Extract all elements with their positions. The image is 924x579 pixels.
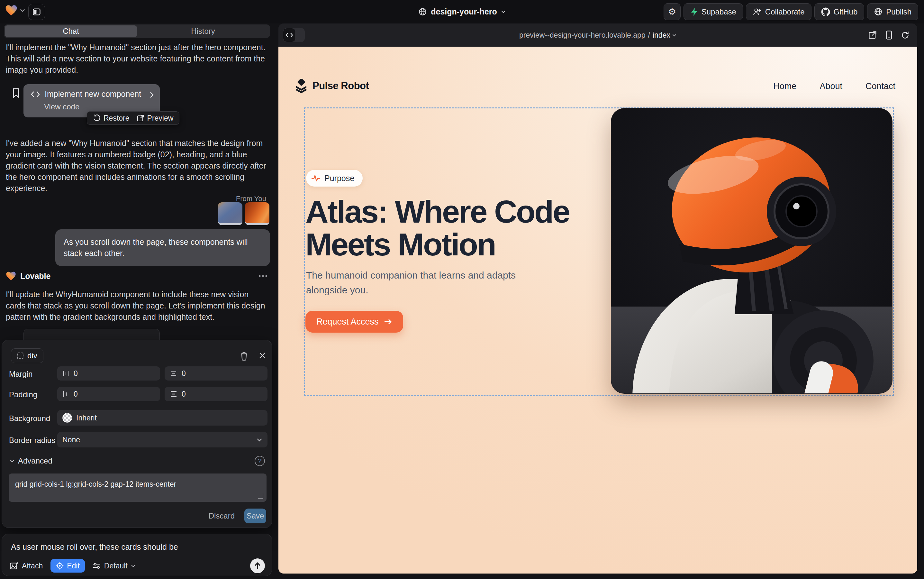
- preview-toolbar: preview--design-your-hero.lovable.app / …: [278, 23, 917, 47]
- hero-title: Atlas: Where Code Meets Motion: [305, 195, 650, 261]
- publish-button[interactable]: Publish: [867, 3, 918, 20]
- save-button[interactable]: Save: [244, 509, 266, 523]
- advanced-classes-textarea[interactable]: grid grid-cols-1 lg:grid-cols-2 gap-12 i…: [9, 473, 266, 502]
- version-actions: Restore Preview: [87, 111, 180, 125]
- close-icon: [258, 352, 266, 359]
- github-label: GitHub: [834, 7, 858, 16]
- padding-label: Padding: [9, 390, 37, 399]
- arrow-up-icon: [254, 562, 261, 570]
- border-radius-select[interactable]: None: [57, 432, 268, 447]
- padding-x-input[interactable]: 0: [57, 387, 160, 401]
- site-canvas: Pulse Robot Home About Contact Purpose A…: [278, 47, 917, 574]
- refresh-button[interactable]: [901, 31, 909, 39]
- chat-composer[interactable]: As user mouse roll over, these cards sho…: [2, 534, 272, 576]
- open-external-button[interactable]: [868, 31, 877, 39]
- code-icon: [31, 91, 40, 98]
- composer-input[interactable]: As user mouse roll over, these cards sho…: [11, 542, 178, 552]
- preview-url-bar[interactable]: preview--design-your-hero.lovable.app / …: [278, 23, 917, 47]
- attachment-thumbnail-blue[interactable]: [218, 202, 242, 225]
- chevron-down-icon: [256, 438, 262, 442]
- external-link-icon: [137, 114, 144, 122]
- app-topbar: design-your-hero ⚙ Supabase Collaborate …: [0, 0, 924, 23]
- padding-x-icon: [62, 390, 69, 398]
- transparency-swatch-icon: [62, 413, 72, 423]
- request-access-button[interactable]: Request Access: [305, 311, 403, 333]
- chevron-down-icon: [501, 10, 506, 13]
- advanced-toggle[interactable]: Advanced ?: [10, 456, 265, 466]
- send-button[interactable]: [250, 558, 265, 573]
- dashed-box-icon: [17, 353, 23, 359]
- help-icon[interactable]: ?: [255, 456, 265, 466]
- model-mode-selector[interactable]: Default: [93, 562, 135, 570]
- background-label: Background: [9, 414, 50, 423]
- site-nav: Home About Contact: [773, 82, 895, 92]
- assistant-header: Lovable: [6, 271, 268, 281]
- assistant-name: Lovable: [20, 272, 51, 281]
- margin-y-input[interactable]: 0: [165, 366, 268, 381]
- from-you-label: From You: [236, 195, 266, 203]
- trash-icon: [240, 352, 248, 361]
- lovable-heart-icon: [6, 271, 16, 281]
- padding-y-input[interactable]: 0: [165, 387, 268, 401]
- github-icon: [821, 7, 830, 16]
- attach-button[interactable]: Attach: [10, 561, 43, 570]
- bookmark-icon[interactable]: [11, 88, 21, 98]
- component-card-title: Implement new component: [45, 90, 141, 99]
- supabase-icon: [690, 8, 698, 16]
- edit-mode-button[interactable]: Edit: [51, 559, 85, 572]
- assistant-message-1: I'll implement the "Why Humanoid" sectio…: [6, 42, 268, 75]
- resize-handle[interactable]: [258, 494, 263, 499]
- margin-x-icon: [62, 370, 69, 377]
- nav-home[interactable]: Home: [773, 82, 797, 92]
- delete-element-button[interactable]: [240, 352, 248, 361]
- user-message-bubble: As you scroll down the page, these compo…: [55, 229, 270, 266]
- chat-history-tabs: Chat History: [4, 25, 270, 38]
- tab-chat[interactable]: Chat: [5, 25, 137, 37]
- mobile-view-button[interactable]: [885, 30, 893, 40]
- pulse-icon: [311, 174, 320, 183]
- restore-button[interactable]: Restore: [93, 114, 129, 123]
- padding-y-icon: [170, 390, 178, 398]
- margin-x-input[interactable]: 0: [57, 366, 160, 381]
- github-button[interactable]: GitHub: [815, 3, 865, 20]
- view-code-link[interactable]: View code: [44, 102, 79, 111]
- publish-label: Publish: [886, 7, 911, 16]
- supabase-button[interactable]: Supabase: [684, 3, 743, 20]
- arrow-right-icon: [384, 319, 392, 325]
- close-inspector-button[interactable]: [258, 352, 266, 359]
- attachment-thumbnail-orange[interactable]: [245, 202, 269, 225]
- preview-button[interactable]: Preview: [137, 114, 174, 123]
- collaborate-button[interactable]: Collaborate: [746, 3, 811, 20]
- margin-label: Margin: [9, 370, 33, 379]
- supabase-label: Supabase: [702, 7, 736, 16]
- settings-button[interactable]: ⚙: [664, 3, 681, 20]
- chevron-right-icon: [150, 92, 154, 98]
- nav-about[interactable]: About: [820, 82, 842, 92]
- robot-illustration: [611, 108, 893, 394]
- publish-globe-icon: [874, 7, 883, 16]
- preview-domain: preview--design-your-hero.lovable.app: [519, 31, 645, 39]
- chevron-down-icon: [10, 460, 15, 463]
- globe-icon: [418, 7, 427, 16]
- chevron-down-icon: [672, 34, 676, 37]
- chat-sidebar: Chat History I'll implement the "Why Hum…: [0, 23, 275, 579]
- site-brand-name: Pulse Robot: [312, 80, 369, 92]
- element-inspector-panel: div Margin 0 0 Padding 0 0 Background: [2, 340, 272, 528]
- selected-element-tag: div: [27, 351, 37, 360]
- chevron-down-icon: [131, 564, 135, 568]
- margin-y-icon: [170, 370, 178, 377]
- site-logo[interactable]: Pulse Robot: [294, 79, 369, 93]
- more-options-icon[interactable]: [258, 275, 268, 277]
- tab-history[interactable]: History: [137, 25, 269, 37]
- background-input[interactable]: Inherit: [57, 410, 268, 425]
- assistant-message-2: I've added a new "Why Humanoid" section …: [6, 138, 268, 194]
- assistant-message-3: I'll update the WhyHumanoid component to…: [6, 289, 268, 323]
- collaborate-icon: [753, 8, 762, 16]
- nav-contact[interactable]: Contact: [865, 82, 895, 92]
- discard-button[interactable]: Discard: [209, 512, 235, 520]
- selected-element-chip[interactable]: div: [11, 348, 43, 363]
- border-radius-label: Border radius: [9, 436, 55, 445]
- collaborate-label: Collaborate: [765, 7, 805, 16]
- purpose-badge: Purpose: [306, 170, 362, 186]
- preview-page-selector[interactable]: index: [653, 31, 676, 39]
